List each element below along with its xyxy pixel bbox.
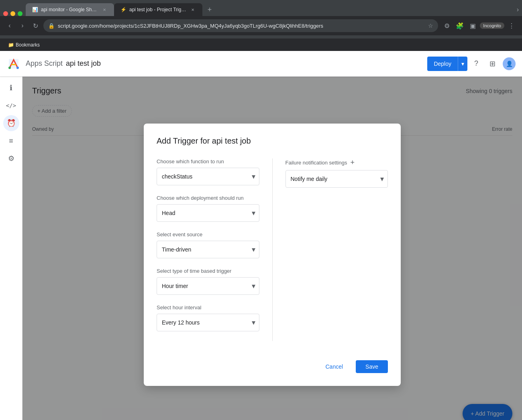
- menu-icon[interactable]: ⋮: [506, 20, 517, 31]
- tab-end-space: [215, 3, 517, 16]
- svg-point-1: [16, 67, 19, 69]
- trigger-type-select[interactable]: Hour timer: [157, 277, 259, 295]
- extensions-icon[interactable]: ⚙: [441, 20, 453, 31]
- cancel-button[interactable]: Cancel: [317, 360, 351, 373]
- tab-triggers-close[interactable]: ✕: [190, 6, 196, 13]
- sidebar-item-code[interactable]: </>: [3, 97, 19, 114]
- traffic-lights[interactable]: [3, 11, 22, 16]
- app-name-label: Apps Script: [26, 59, 63, 68]
- tab-triggers[interactable]: ⚡ api test job - Project Triggers ✕: [114, 3, 202, 16]
- minimize-window-button[interactable]: [10, 11, 15, 16]
- tab-sheets-title: api monitor - Google Sheets: [41, 7, 98, 12]
- tab-sheets[interactable]: 📊 api monitor - Google Sheets ✕: [26, 3, 114, 16]
- hour-interval-select-wrapper: Every hour Every 2 hours Every 4 hours E…: [157, 314, 259, 331]
- sidebar-item-executions[interactable]: ≡: [3, 133, 19, 149]
- function-label: Choose which function to run: [157, 158, 259, 164]
- lock-icon: 🔒: [48, 23, 55, 29]
- svg-point-0: [8, 67, 11, 69]
- app-header: Apps Script api test job Deploy ▾ ? ⊞ 👤: [0, 51, 522, 77]
- bookmarks-item[interactable]: 📁 Bookmarks: [5, 41, 43, 49]
- tab-sheets-close[interactable]: ✕: [101, 6, 108, 13]
- user-avatar[interactable]: 👤: [503, 57, 516, 70]
- folder-icon: 📁: [8, 42, 14, 48]
- hour-interval-select[interactable]: Every hour Every 2 hours Every 4 hours E…: [157, 314, 259, 331]
- incognito-label: Incognito: [483, 23, 501, 28]
- address-input-wrapper[interactable]: 🔒 script.google.com/home/projects/1cS2JF…: [43, 19, 438, 32]
- tab-bar: 📊 api monitor - Google Sheets ✕ ⚡ api te…: [0, 0, 522, 16]
- bookmark-star-icon[interactable]: ☆: [428, 22, 433, 29]
- trigger-type-select-wrapper: Hour timer ▾: [157, 277, 259, 295]
- new-tab-button[interactable]: +: [204, 4, 215, 15]
- help-icon-button[interactable]: ?: [469, 57, 483, 71]
- apps-script-logo: Apps Script: [6, 57, 63, 71]
- deployment-label: Choose which deployment should run: [157, 195, 259, 201]
- event-source-label: Select event source: [157, 231, 259, 237]
- deploy-label: Deploy: [427, 61, 458, 67]
- modal-overlay: Add Trigger for api test job Choose whic…: [22, 77, 522, 420]
- sidebar-item-settings[interactable]: ⚙: [3, 150, 19, 166]
- function-form-group: Choose which function to run checkStatus…: [157, 158, 259, 185]
- deployment-form-group: Choose which deployment should run Head …: [157, 195, 259, 222]
- close-window-button[interactable]: [3, 11, 8, 16]
- bookmarks-bar: 📁 Bookmarks: [0, 38, 522, 51]
- deployment-select-wrapper: Head ▾: [157, 204, 259, 222]
- function-select-wrapper: checkStatus ▾: [157, 168, 259, 185]
- tab-overflow-icon[interactable]: ›: [517, 6, 519, 13]
- deploy-dropdown-arrow[interactable]: ▾: [458, 57, 467, 71]
- maximize-window-button[interactable]: [18, 11, 22, 16]
- puzzle-icon[interactable]: 🧩: [454, 20, 465, 31]
- hour-interval-form-group: Select hour interval Every hour Every 2 …: [157, 304, 259, 331]
- failure-notification-header: Failure notification settings +: [285, 158, 388, 167]
- trigger-type-label: Select type of time based trigger: [157, 268, 259, 274]
- add-trigger-modal: Add Trigger for api test job Choose whic…: [144, 124, 401, 386]
- bookmarks-label: Bookmarks: [16, 42, 40, 48]
- triggers-favicon: ⚡: [120, 7, 126, 12]
- modal-footer: Cancel Save: [157, 354, 388, 373]
- save-button[interactable]: Save: [356, 360, 388, 373]
- notification-select[interactable]: Notify me daily Notify me immediately No…: [285, 170, 388, 188]
- add-notification-icon[interactable]: +: [350, 158, 355, 167]
- trigger-type-form-group: Select type of time based trigger Hour t…: [157, 268, 259, 295]
- sidebar: ℹ </> ⏰ ≡ ⚙: [0, 77, 22, 420]
- event-source-select[interactable]: Time-driven: [157, 241, 259, 258]
- sidebar-item-info[interactable]: ℹ: [3, 80, 19, 96]
- event-source-select-wrapper: Time-driven ▾: [157, 241, 259, 258]
- main-content: Triggers Showing 0 triggers + Add a filt…: [22, 77, 522, 420]
- failure-notification-label: Failure notification settings: [285, 160, 347, 166]
- app-area: Apps Script api test job Deploy ▾ ? ⊞ 👤 …: [0, 51, 522, 420]
- browser-chrome: 📊 api monitor - Google Sheets ✕ ⚡ api te…: [0, 0, 522, 38]
- toolbar-icons: ⚙ 🧩 ▣ Incognito ⋮: [441, 20, 517, 31]
- incognito-button[interactable]: Incognito: [480, 22, 504, 29]
- modal-title: Add Trigger for api test job: [157, 136, 388, 146]
- forward-button[interactable]: ›: [18, 21, 27, 30]
- function-select[interactable]: checkStatus: [157, 168, 259, 185]
- hour-interval-label: Select hour interval: [157, 304, 259, 310]
- address-bar: ‹ › ↻ 🔒 script.google.com/home/projects/…: [0, 16, 522, 35]
- modal-right-column: Failure notification settings + Notify m…: [273, 158, 388, 341]
- modal-left-column: Choose which function to run checkStatus…: [157, 158, 273, 341]
- failure-notification-form-group: Failure notification settings + Notify m…: [285, 158, 388, 188]
- deploy-button[interactable]: Deploy ▾: [427, 57, 467, 71]
- app-body: ℹ </> ⏰ ≡ ⚙ Triggers Showing 0 triggers …: [0, 77, 522, 420]
- notification-select-wrapper: Notify me daily Notify me immediately No…: [285, 170, 388, 188]
- back-button[interactable]: ‹: [5, 21, 14, 30]
- split-screen-icon[interactable]: ▣: [467, 20, 478, 31]
- apps-script-logo-icon: [6, 57, 21, 71]
- project-name-label: api test job: [66, 59, 101, 68]
- event-source-form-group: Select event source Time-driven ▾: [157, 231, 259, 258]
- apps-grid-icon-button[interactable]: ⊞: [485, 57, 500, 71]
- address-text: script.google.com/home/projects/1cS2JFBt…: [58, 23, 425, 29]
- refresh-button[interactable]: ↻: [31, 21, 40, 30]
- modal-body: Choose which function to run checkStatus…: [157, 158, 388, 341]
- deployment-select[interactable]: Head: [157, 204, 259, 222]
- sheets-favicon: 📊: [32, 7, 38, 12]
- sidebar-item-triggers[interactable]: ⏰: [3, 115, 19, 131]
- tab-triggers-title: api test job - Project Triggers: [129, 7, 186, 12]
